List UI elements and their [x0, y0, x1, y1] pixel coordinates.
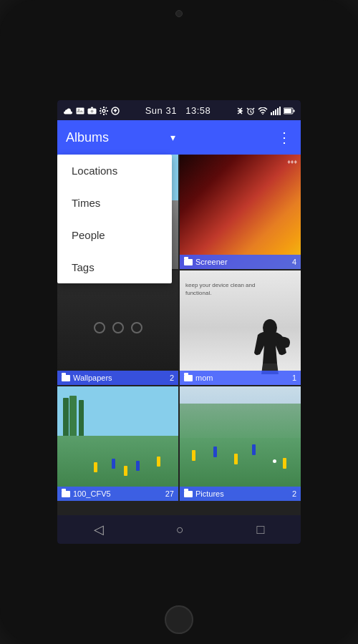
album-count-wallpapers: 2: [170, 374, 174, 382]
folder-icon-pictures: [184, 491, 193, 497]
status-icons-left: [63, 104, 120, 117]
camera-icon: [87, 104, 97, 117]
status-date: Sun 31: [145, 105, 177, 116]
album-label-mom: mom 1: [180, 371, 301, 385]
svg-rect-12: [279, 107, 281, 115]
menu-item-people[interactable]: People: [57, 219, 172, 251]
svg-rect-10: [275, 109, 276, 115]
album-label-left-pictures: Pictures: [184, 489, 224, 498]
boxing-silhouette: [247, 317, 294, 374]
battery-icon: [284, 104, 295, 117]
toolbar: Albums ▾ ⋮ Locations Times People Tags: [57, 120, 301, 155]
menu-item-tags[interactable]: Tags: [57, 251, 172, 283]
bokeh-2: [112, 322, 124, 333]
album-item-100cfv5[interactable]: 100_CFV5 27: [57, 386, 178, 501]
folder-icon-100cfv5: [62, 491, 70, 497]
recents-button[interactable]: □: [256, 522, 264, 537]
album-count-mom: 1: [292, 374, 296, 382]
album-name-pictures: Pictures: [195, 489, 224, 498]
svg-rect-14: [294, 109, 295, 112]
settings-icon: [100, 104, 108, 117]
folder-icon-mom: [184, 375, 193, 381]
svg-rect-11: [277, 108, 279, 115]
menu-item-times[interactable]: Times: [57, 187, 172, 219]
svg-rect-15: [284, 109, 291, 113]
album-label-wallpapers: Wallpapers 2: [57, 371, 178, 385]
wifi-icon: [258, 104, 268, 117]
album-name-wallpapers: Wallpapers: [73, 374, 112, 382]
screen: Sun 31 13:58: [57, 100, 301, 544]
album-label-left-100cfv5: 100_CFV5: [62, 489, 111, 498]
signal-icon: [271, 104, 281, 117]
image-icon: [76, 104, 84, 117]
front-camera-top: [175, 10, 183, 17]
folder-icon-wallpapers: [62, 375, 70, 381]
front-camera-bottom: [165, 605, 193, 634]
album-label-left-screener: Screener: [184, 258, 228, 266]
album-name-screener: Screener: [195, 258, 228, 266]
home-button[interactable]: ○: [176, 522, 184, 537]
album-thumb-pictures: [180, 386, 301, 501]
album-item-pictures[interactable]: Pictures 2: [180, 386, 301, 501]
album-label-left-mom: mom: [184, 374, 213, 382]
status-bar: Sun 31 13:58: [57, 100, 301, 120]
nav-bar: ◁ ○ □: [57, 515, 301, 544]
toolbar-title: Albums: [66, 130, 168, 145]
album-label-pictures: Pictures 2: [180, 487, 301, 501]
album-thumb-wallpapers: [57, 270, 178, 385]
album-count-100cfv5: 27: [165, 489, 174, 498]
alarm-icon: [246, 104, 255, 117]
upload-icon: [111, 104, 120, 117]
dropdown-menu: Locations Times People Tags: [57, 155, 172, 283]
svg-point-4: [102, 109, 105, 112]
svg-point-3: [91, 110, 94, 113]
cloud-icon: [63, 104, 73, 117]
bokeh-3: [131, 322, 142, 333]
album-thumb-screener: ♦♦♦: [180, 155, 301, 269]
album-item-mom[interactable]: keep your device clean and functional.: [180, 270, 301, 385]
bokeh-1: [94, 322, 105, 333]
dropdown-arrow-icon[interactable]: ▾: [170, 132, 175, 143]
folder-icon-screener: [184, 259, 193, 265]
bluetooth-icon: [236, 104, 243, 117]
album-thumb-mom: keep your device clean and functional.: [180, 270, 301, 385]
album-label-100cfv5: 100_CFV5 27: [57, 487, 178, 501]
phone-frame: Sun 31 13:58: [0, 0, 358, 644]
svg-rect-9: [273, 111, 274, 115]
status-time: 13:58: [185, 105, 211, 116]
menu-item-locations[interactable]: Locations: [57, 155, 172, 187]
back-button[interactable]: ◁: [94, 522, 104, 537]
album-item-wallpapers[interactable]: Wallpapers 2: [57, 270, 178, 385]
album-item-screener[interactable]: ♦♦♦ Screener 4: [180, 155, 301, 269]
album-label-left-wallpapers: Wallpapers: [62, 374, 112, 382]
boxing-text: keep your device clean and functional.: [185, 281, 255, 297]
album-label-screener: Screener 4: [180, 255, 301, 269]
svg-rect-8: [271, 112, 272, 115]
svg-point-7: [262, 114, 263, 114]
svg-rect-0: [77, 107, 84, 114]
album-count-pictures: 2: [292, 489, 296, 498]
album-thumb-100cfv5: [57, 386, 178, 501]
more-options-button[interactable]: ⋮: [277, 129, 292, 146]
album-count-screener: 4: [292, 258, 296, 266]
status-icons-right: [236, 104, 295, 117]
album-name-mom: mom: [195, 374, 213, 382]
status-datetime: Sun 31 13:58: [145, 105, 211, 116]
album-name-100cfv5: 100_CFV5: [73, 489, 111, 498]
